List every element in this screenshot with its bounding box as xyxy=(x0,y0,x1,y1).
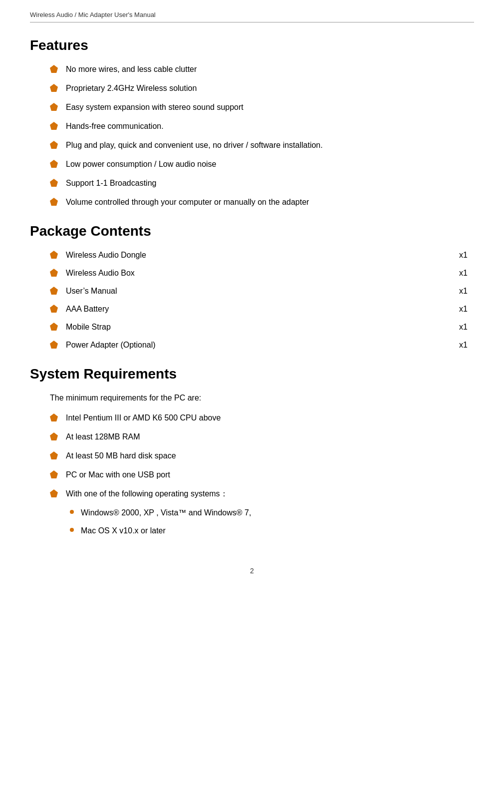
features-section: Features No more wires, and less cable c… xyxy=(30,37,474,208)
list-item: Low power consumption / Low audio noise xyxy=(50,158,474,170)
requirement-item-text: PC or Mac with one USB port xyxy=(66,469,170,481)
requirement-item-text: At least 50 MB hard disk space xyxy=(66,450,176,462)
package-item-name: Mobile Strap xyxy=(66,321,439,333)
bullet-icon xyxy=(50,489,58,497)
list-item: Mac OS X v10.x or later xyxy=(70,525,474,537)
system-requirements-intro: The minimum requirements for the PC are: xyxy=(50,392,474,404)
list-item: AAA Battery x1 xyxy=(50,303,474,315)
bullet-icon xyxy=(50,160,58,168)
features-list: No more wires, and less cable clutter Pr… xyxy=(50,63,474,208)
bullet-icon xyxy=(50,122,58,130)
requirement-item-text: At least 128MB RAM xyxy=(66,431,140,443)
requirement-item-text: With one of the following operating syst… xyxy=(66,488,228,500)
sub-bullet-icon xyxy=(70,528,74,532)
bullet-icon xyxy=(50,305,58,313)
feature-item-text: Hands-free communication. xyxy=(66,120,164,132)
system-requirements-section: System Requirements The minimum requirem… xyxy=(30,366,474,537)
package-item-name: Wireless Audio Box xyxy=(66,267,439,279)
page-number: 2 xyxy=(250,567,254,575)
list-item: At least 50 MB hard disk space xyxy=(50,450,474,462)
bullet-icon xyxy=(50,470,58,478)
bullet-icon xyxy=(50,269,58,277)
list-item: Easy system expansion with stereo sound … xyxy=(50,101,474,113)
sub-requirement-item-text: Windows® 2000, XP , Vista™ and Windows® … xyxy=(81,507,251,519)
bullet-icon xyxy=(50,84,58,92)
sub-bullet-icon xyxy=(70,510,74,514)
package-list: Wireless Audio Dongle x1 Wireless Audio … xyxy=(50,249,474,351)
feature-item-text: Support 1-1 Broadcasting xyxy=(66,177,156,189)
bullet-icon xyxy=(50,287,58,295)
list-item: Intel Pentium III or AMD K6 500 CPU abov… xyxy=(50,412,474,424)
requirement-item-text: Intel Pentium III or AMD K6 500 CPU abov… xyxy=(66,412,221,424)
package-item-name: Wireless Audio Dongle xyxy=(66,249,439,261)
package-contents-section: Package Contents Wireless Audio Dongle x… xyxy=(30,223,474,351)
system-requirements-title: System Requirements xyxy=(30,366,474,382)
system-requirements-list: Intel Pentium III or AMD K6 500 CPU abov… xyxy=(50,412,474,500)
list-item: Hands-free communication. xyxy=(50,120,474,132)
package-item-qty: x1 xyxy=(459,321,474,333)
package-item-name: AAA Battery xyxy=(66,303,439,315)
bullet-icon xyxy=(50,341,58,349)
list-item: Support 1-1 Broadcasting xyxy=(50,177,474,189)
bullet-icon xyxy=(50,413,58,421)
list-item: Wireless Audio Dongle x1 xyxy=(50,249,474,261)
header-title: Wireless Audio / Mic Adapter User's Manu… xyxy=(30,11,156,18)
bullet-icon xyxy=(50,103,58,111)
package-item-name: User’s Manual xyxy=(66,285,439,297)
list-item: Volume controlled through your computer … xyxy=(50,196,474,208)
list-item: With one of the following operating syst… xyxy=(50,488,474,500)
feature-item-text: No more wires, and less cable clutter xyxy=(66,63,197,75)
list-item: Windows® 2000, XP , Vista™ and Windows® … xyxy=(70,507,474,519)
list-item: User’s Manual x1 xyxy=(50,285,474,297)
page-header: Wireless Audio / Mic Adapter User's Manu… xyxy=(30,10,474,22)
list-item: At least 128MB RAM xyxy=(50,431,474,443)
package-item-name: Power Adapter (Optional) xyxy=(66,339,439,351)
package-item-qty: x1 xyxy=(459,267,474,279)
bullet-icon xyxy=(50,198,58,206)
list-item: Mobile Strap x1 xyxy=(50,321,474,333)
package-item-qty: x1 xyxy=(459,285,474,297)
bullet-icon xyxy=(50,179,58,187)
feature-item-text: Volume controlled through your computer … xyxy=(66,196,309,208)
list-item: Power Adapter (Optional) x1 xyxy=(50,339,474,351)
page-footer: 2 xyxy=(30,567,474,575)
list-item: No more wires, and less cable clutter xyxy=(50,63,474,75)
feature-item-text: Proprietary 2.4GHz Wireless solution xyxy=(66,82,197,94)
feature-item-text: Easy system expansion with stereo sound … xyxy=(66,101,244,113)
bullet-icon xyxy=(50,65,58,73)
list-item: Plug and play, quick and convenient use,… xyxy=(50,139,474,151)
package-item-qty: x1 xyxy=(459,249,474,261)
bullet-icon xyxy=(50,451,58,459)
sub-requirement-item-text: Mac OS X v10.x or later xyxy=(81,525,166,537)
bullet-icon xyxy=(50,432,58,440)
features-title: Features xyxy=(30,37,474,53)
feature-item-text: Low power consumption / Low audio noise xyxy=(66,158,217,170)
package-contents-title: Package Contents xyxy=(30,223,474,239)
feature-item-text: Plug and play, quick and convenient use,… xyxy=(66,139,323,151)
package-item-qty: x1 xyxy=(459,303,474,315)
bullet-icon xyxy=(50,141,58,149)
list-item: Wireless Audio Box x1 xyxy=(50,267,474,279)
package-item-qty: x1 xyxy=(459,339,474,351)
list-item: Proprietary 2.4GHz Wireless solution xyxy=(50,82,474,94)
sub-requirements-list: Windows® 2000, XP , Vista™ and Windows® … xyxy=(70,507,474,537)
bullet-icon xyxy=(50,251,58,259)
list-item: PC or Mac with one USB port xyxy=(50,469,474,481)
bullet-icon xyxy=(50,323,58,331)
